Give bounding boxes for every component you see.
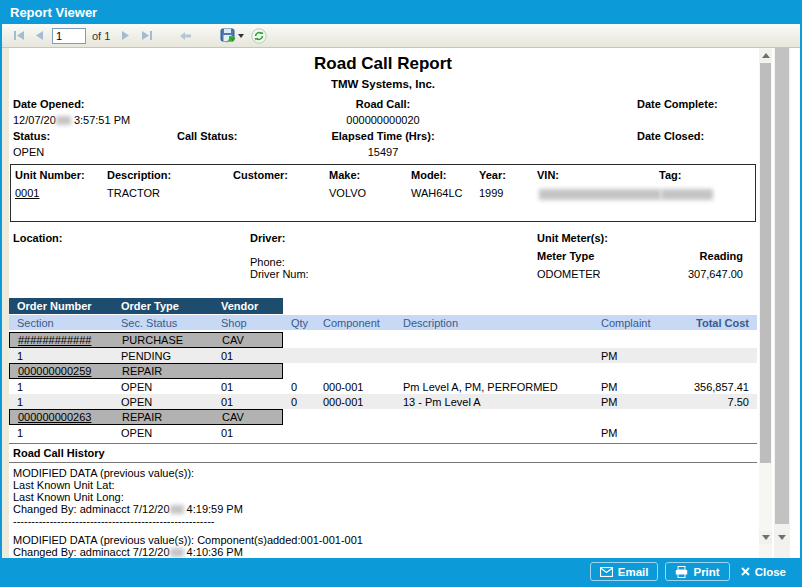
refresh-button[interactable] xyxy=(250,27,268,45)
order-type-cell: PURCHASE xyxy=(114,334,214,346)
column-header: Description xyxy=(395,317,593,329)
order-type-cell: REPAIR xyxy=(114,365,214,377)
complaint-cell: PM xyxy=(593,427,685,439)
unit-number-link[interactable]: 0001 xyxy=(15,187,39,199)
date-closed-label: Date Closed: xyxy=(637,130,704,142)
email-label: Email xyxy=(618,566,649,578)
report-company: TMW Systems, Inc. xyxy=(9,78,757,90)
column-header: Order Number xyxy=(9,300,113,312)
order-number-link[interactable]: 000000000263 xyxy=(10,411,114,423)
last-page-button[interactable] xyxy=(137,27,155,45)
order-type-cell: REPAIR xyxy=(114,411,214,423)
scroll-down-icon xyxy=(778,535,786,540)
back-to-parent-button[interactable] xyxy=(177,27,195,45)
location-label: Location: xyxy=(13,232,63,244)
export-save-button[interactable] xyxy=(217,27,247,45)
qty-cell: 0 xyxy=(283,396,315,408)
vin-value-redacted xyxy=(539,189,661,200)
history-line: Changed By: adminacct 7/12/20 4:10:36 PM xyxy=(13,546,753,558)
scrollbar-thumb[interactable] xyxy=(760,63,771,463)
phone-label: Phone: xyxy=(250,256,285,268)
section-header-row: Section Sec. Status Shop Qty Component D… xyxy=(9,315,757,330)
date-complete-label: Date Complete: xyxy=(637,98,718,110)
unit-description-label: Description: xyxy=(107,169,171,181)
email-button[interactable]: Email xyxy=(590,562,659,581)
history-line: MODIFIED DATA (previous value(s)): xyxy=(13,467,753,479)
sec-status-cell: OPEN xyxy=(113,381,213,393)
section-cell: 1 xyxy=(9,427,113,439)
sec-status-cell: OPEN xyxy=(113,427,213,439)
scroll-down-button[interactable] xyxy=(774,531,790,544)
previous-page-icon xyxy=(36,31,44,40)
scroll-up-icon xyxy=(762,53,770,58)
export-caret-icon xyxy=(238,34,244,38)
road-call-value: 000000000020 xyxy=(9,114,757,126)
refresh-icon xyxy=(251,28,267,44)
unit-info-box: Unit Number: Description: Customer: Make… xyxy=(10,164,756,222)
next-page-button[interactable] xyxy=(116,27,134,45)
report-viewer-window: Report Viewer of 1 xyxy=(0,0,802,587)
complaint-cell: PM xyxy=(593,396,685,408)
elapsed-time-value: 15497 xyxy=(9,146,757,158)
model-value: WAH64LC xyxy=(411,187,463,199)
vendor-cell: CAV xyxy=(214,334,284,346)
column-header: Sec. Status xyxy=(113,317,213,329)
export-save-icon xyxy=(220,28,236,43)
driver-label: Driver: xyxy=(250,232,285,244)
description-cell: Pm Level A, PM, PERFORMED xyxy=(395,381,593,393)
inner-vertical-scrollbar[interactable] xyxy=(759,48,772,558)
column-header: Order Type xyxy=(113,300,213,312)
last-page-icon xyxy=(141,31,152,40)
shop-cell: 01 xyxy=(213,350,283,362)
first-page-icon xyxy=(14,31,25,40)
history-line: Changed By: adminacct 7/12/20 4:19:59 PM xyxy=(13,503,753,515)
unit-meters-label: Unit Meter(s): xyxy=(537,232,608,244)
customer-label: Customer: xyxy=(233,169,288,181)
vendor-cell: CAV xyxy=(214,411,284,423)
print-button[interactable]: Print xyxy=(665,562,729,581)
orders-header-row: Order Number Order Type Vendor xyxy=(9,298,757,314)
history-header: Road Call History xyxy=(9,443,757,463)
report-title: Road Call Report xyxy=(9,54,757,74)
model-label: Model: xyxy=(411,169,446,181)
scrollbar-thumb[interactable] xyxy=(775,48,789,524)
history-line: MODIFIED DATA (previous value(s)): Compo… xyxy=(13,534,753,546)
column-header: Section xyxy=(9,317,113,329)
scroll-down-button[interactable] xyxy=(759,531,772,544)
outer-vertical-scrollbar[interactable] xyxy=(774,48,790,558)
unit-number-label: Unit Number: xyxy=(15,169,85,181)
section-cell: 1 xyxy=(9,381,113,393)
scroll-up-button[interactable] xyxy=(759,49,772,62)
left-gutter xyxy=(2,48,9,558)
component-cell: 000-001 xyxy=(315,396,395,408)
first-page-button[interactable] xyxy=(10,27,28,45)
meter-type-header: Meter Type xyxy=(537,250,594,262)
orders-table: Order Number Order Type Vendor Section S… xyxy=(9,298,757,440)
driver-num-label: Driver Num: xyxy=(250,268,309,280)
vin-label: VIN: xyxy=(537,169,559,181)
sec-status-cell: PENDING xyxy=(113,350,213,362)
title-bar: Report Viewer xyxy=(2,2,800,24)
column-header: Qty xyxy=(283,317,315,329)
history-line: Last Known Unit Long: xyxy=(13,491,753,503)
make-label: Make: xyxy=(329,169,360,181)
unit-description-value: TRACTOR xyxy=(107,187,160,199)
reading-header: Reading xyxy=(700,250,743,262)
meter-type-value: ODOMETER xyxy=(537,268,601,280)
section-cell: 1 xyxy=(9,396,113,408)
order-group-row: 000000000263 REPAIR CAV xyxy=(9,409,757,425)
close-button[interactable]: Close xyxy=(737,562,790,581)
print-label: Print xyxy=(693,566,719,578)
column-header: Vendor xyxy=(213,300,283,312)
order-number-link[interactable]: 000000000259 xyxy=(10,365,114,377)
shop-cell: 01 xyxy=(213,396,283,408)
scroll-down-icon xyxy=(762,535,770,540)
page-number-input[interactable] xyxy=(52,28,86,44)
history-separator: ----------------------------------------… xyxy=(13,515,753,527)
order-number-link[interactable]: ############ xyxy=(10,334,114,346)
table-row: 1 PENDING 01 PM xyxy=(9,348,757,363)
table-row: 1 OPEN 01 0 000-001 Pm Level A, PM, PERF… xyxy=(9,379,757,394)
window-title: Report Viewer xyxy=(10,5,97,20)
previous-page-button[interactable] xyxy=(31,27,49,45)
location-driver-section: Location: Driver: Phone: Driver Num: Uni… xyxy=(9,230,757,292)
